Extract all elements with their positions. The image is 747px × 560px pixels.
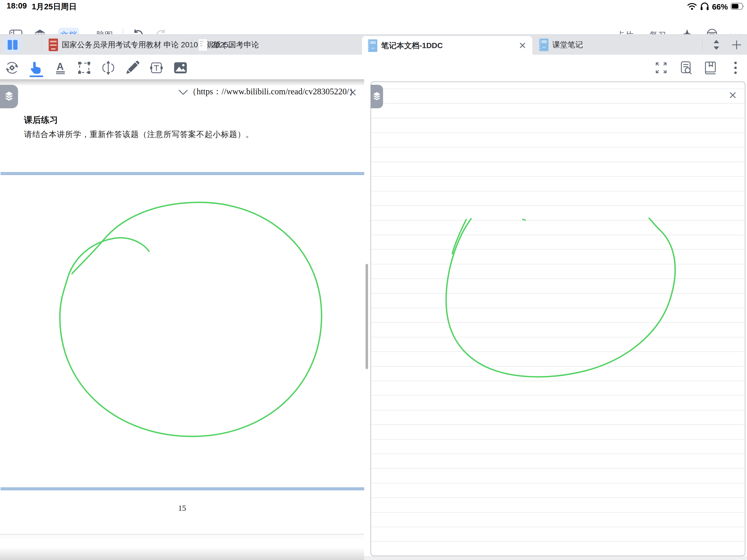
collapse-chevron-icon[interactable] (177, 87, 190, 98)
notebook-layers-button[interactable] (370, 85, 383, 108)
page-divider-bar (1, 172, 364, 175)
pdf-url-text: （https：//www.bilibili.com/read/cv2830522… (188, 86, 358, 97)
wifi-icon (687, 2, 697, 11)
pane-more-icon[interactable] (728, 61, 743, 75)
split-content-area: （https：//www.bilibili.com/read/cv2830522… (0, 79, 747, 560)
headphones-icon (700, 2, 709, 12)
main-toolbar: 文档 脑图 卡片 复习 WW (0, 12, 747, 34)
auto-mode-icon[interactable] (5, 61, 19, 75)
svg-text:A: A (57, 61, 64, 72)
pdf-heading: 课后练习 (24, 114, 58, 126)
tab-label: 课堂笔记 (552, 40, 583, 50)
tab-sort-icon[interactable] (709, 38, 723, 51)
status-date: 1月25日周日 (32, 1, 77, 12)
page-divider-bar (1, 487, 364, 490)
add-tab-icon[interactable] (729, 38, 744, 51)
document-tab-bar: 国家公务员录用考试专用教材 申论 2010最新版 (... 2025国考申论 笔… (0, 34, 747, 55)
tab-label: 2025国考申论 (211, 40, 259, 50)
status-bar: 18:09 1月25日周日 66% (0, 0, 747, 12)
pdf-body-text: 请结合本讲所学，重新作答该题（注意所写答案不起小标题）。 (24, 129, 254, 140)
tab-label: 笔记本文档-1DDC (381, 41, 443, 51)
document-search-icon[interactable] (679, 61, 693, 75)
pdf-layers-button[interactable] (0, 85, 18, 108)
notebook-close-icon[interactable] (727, 89, 739, 101)
notebook-thumbnail (539, 39, 548, 51)
green-circle-stroke (60, 202, 321, 436)
highlight-text-tool[interactable]: A (53, 61, 68, 75)
annotation-toolbar: A (0, 55, 747, 79)
page-top-shadow (0, 79, 364, 86)
battery-icon (730, 3, 745, 11)
tab-2025-exam[interactable]: 2025国考申论 (192, 34, 362, 55)
page-edge-gap (0, 534, 364, 538)
notebook-thumbnail (368, 40, 377, 52)
app-window: 18:09 1月25日周日 66% (0, 0, 747, 560)
pencil-tool[interactable] (125, 61, 139, 75)
move-scroll-tool[interactable] (101, 61, 115, 75)
tab-notebook-active[interactable]: 笔记本文档-1DDC (362, 36, 532, 55)
tab-separator (42, 38, 42, 51)
page-bottom-shadow (0, 548, 364, 560)
marquee-select-tool[interactable] (77, 61, 91, 75)
pdf-book-thumbnail (49, 39, 58, 51)
bookmark-book-icon[interactable] (703, 61, 718, 75)
pdf-scrollbar-handle[interactable] (366, 264, 368, 369)
image-tool[interactable] (173, 61, 187, 75)
background-strip (364, 556, 747, 560)
hand-select-tool-active[interactable] (29, 61, 43, 75)
fullscreen-icon[interactable] (654, 61, 668, 75)
text-box-tool[interactable] (149, 61, 163, 75)
active-tool-indicator (29, 75, 43, 77)
document-thumbnail (198, 39, 208, 51)
pdf-pane: （https：//www.bilibili.com/read/cv2830522… (0, 79, 364, 560)
status-time: 18:09 (6, 1, 27, 10)
battery-percent: 66% (712, 2, 728, 11)
close-tab-icon[interactable] (518, 41, 527, 50)
pdf-close-icon[interactable] (347, 86, 359, 98)
tab-class-notes[interactable]: 课堂笔记 (533, 34, 702, 55)
notebook-pane (370, 81, 745, 556)
ruled-lines (371, 88, 745, 556)
page-number: 15 (0, 504, 364, 513)
status-indicators: 66% (687, 2, 745, 12)
tab-separator (702, 38, 702, 51)
split-view-button[interactable] (4, 37, 21, 53)
